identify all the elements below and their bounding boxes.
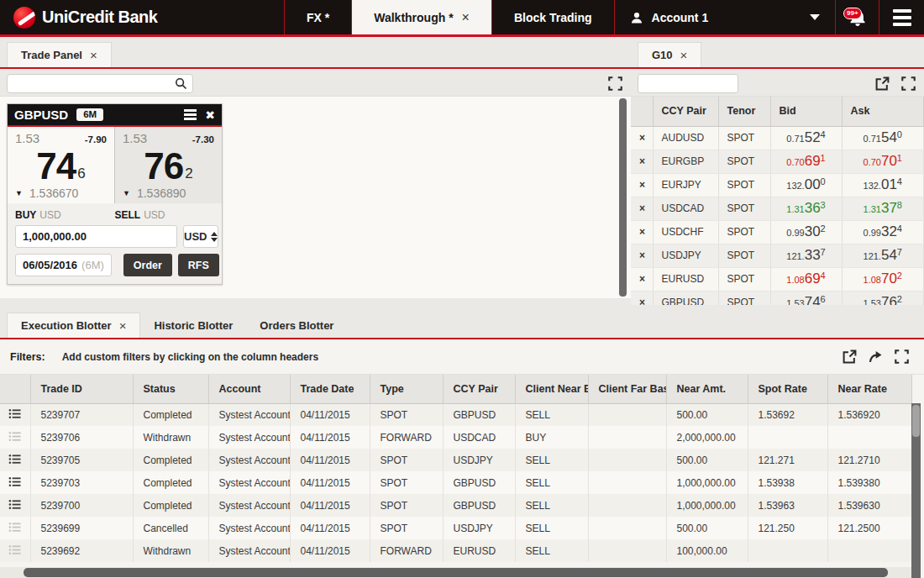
row-menu-icon[interactable] [8, 476, 21, 488]
tab-historic-blotter[interactable]: Historic Blotter [140, 313, 246, 338]
blotter-col-status[interactable]: Status [133, 375, 208, 403]
blotter-col-near-rate[interactable]: Near Rate [827, 375, 911, 403]
remove-row-icon[interactable]: × [631, 150, 653, 173]
ccy-pair: EURGBP [653, 150, 718, 173]
ask-price[interactable]: 0.99324 [851, 223, 916, 240]
instrument-search[interactable] [7, 74, 193, 93]
remove-row-icon[interactable]: × [631, 244, 653, 267]
amount-input[interactable] [15, 225, 177, 248]
row-menu-icon[interactable] [8, 407, 21, 420]
blotter-col-account[interactable]: Account [208, 375, 290, 403]
dealt-currency-select[interactable]: USD [183, 225, 218, 248]
fullscreen-icon[interactable] [895, 349, 909, 364]
popout-icon[interactable] [875, 76, 890, 91]
bid-price[interactable]: 1.53746 [780, 294, 833, 305]
remove-row-icon[interactable]: × [631, 267, 653, 291]
blotter-row-5239703[interactable]: 5239703CompletedSystest Account04/11/201… [0, 471, 911, 494]
remove-row-icon[interactable]: × [631, 220, 653, 244]
bid-price[interactable]: 0.71524 [780, 129, 833, 146]
row-menu-icon[interactable] [8, 430, 21, 443]
blotter-col-trade-date[interactable]: Trade Date [290, 375, 370, 403]
row-menu-icon[interactable] [8, 521, 21, 533]
search-input[interactable] [7, 74, 193, 93]
widget-menu-icon[interactable] [184, 109, 197, 120]
ask-price-tile[interactable]: 1.53 -7.30 76 2 ▼ 1.536890 [115, 127, 222, 203]
bid-price[interactable]: 0.99302 [780, 223, 833, 240]
close-icon[interactable]: × [462, 11, 470, 24]
fullscreen-icon[interactable] [901, 76, 916, 91]
tab-execution-blotter[interactable]: Execution Blotter × [7, 313, 140, 338]
vertical-scrollbar[interactable] [911, 403, 921, 578]
menu-button[interactable] [879, 0, 924, 34]
ask-price[interactable]: 121.547 [851, 247, 916, 264]
person-icon [630, 11, 643, 24]
ask-price[interactable]: 1.53762 [851, 294, 916, 305]
widget-tenor-badge[interactable]: 6M [76, 108, 103, 122]
status: Completed [133, 449, 208, 471]
vertical-scrollbar[interactable] [619, 98, 627, 297]
g10-filter-input[interactable] [638, 74, 738, 93]
nav-tab-fx[interactable]: FX * [284, 0, 351, 34]
rfs-button[interactable]: RFS [178, 254, 219, 276]
share-icon[interactable] [869, 349, 883, 364]
order-button[interactable]: Order [123, 254, 172, 276]
row-menu-icon[interactable] [8, 544, 21, 556]
notifications-button[interactable]: 99+ [835, 0, 879, 34]
bid-price[interactable]: 1.08694 [780, 271, 833, 287]
bid-price-tile[interactable]: 1.53 -7.90 74 6 ▼ 1.536670 [8, 127, 115, 203]
remove-row-icon[interactable]: × [631, 197, 653, 220]
tab-trade-panel[interactable]: Trade Panel × [7, 42, 112, 67]
bid-price[interactable]: 132.000 [780, 176, 833, 193]
widget-close-icon[interactable]: ✖ [205, 109, 215, 121]
vertical-scrollbar-thumb[interactable] [912, 405, 920, 437]
remove-row-icon[interactable]: × [631, 126, 653, 150]
close-icon[interactable]: × [119, 319, 127, 332]
ask-price[interactable]: 1.08702 [851, 271, 916, 287]
fullscreen-icon[interactable] [608, 76, 622, 91]
bid-price[interactable]: 1.31363 [780, 200, 833, 217]
blotter-col-row-menu[interactable] [0, 375, 30, 403]
blotter-row-5239692[interactable]: 5239692WithdrawnSystest Account04/11/201… [0, 539, 911, 562]
ask-price[interactable]: 132.014 [851, 176, 916, 193]
spot-rate [748, 539, 827, 562]
blotter-col-trade-id[interactable]: Trade ID [30, 375, 133, 403]
ask-price[interactable]: 0.70701 [851, 153, 916, 170]
g10-col-ask[interactable]: Ask [842, 97, 924, 126]
g10-col-bid[interactable]: Bid [770, 97, 842, 126]
nav-tab-walkthrough[interactable]: Walkthrough * × [351, 0, 491, 34]
account: Systest Account [208, 403, 290, 426]
remove-row-icon[interactable]: × [631, 173, 653, 197]
bid-price[interactable]: 121.337 [780, 247, 833, 264]
blotter-row-5239699[interactable]: 5239699CancelledSystest Account04/11/201… [0, 517, 911, 539]
horizontal-scrollbar-thumb[interactable] [24, 568, 888, 577]
popout-icon[interactable] [843, 349, 857, 364]
value-date-input[interactable]: 06/05/2016 (6M) [15, 254, 112, 276]
bid-price[interactable]: 0.70691 [780, 153, 833, 170]
blotter-row-5239700[interactable]: 5239700CompletedSystest Account04/11/201… [0, 494, 911, 517]
nav-tab-block-trading[interactable]: Block Trading [491, 0, 614, 34]
blotter-col-client-near-bas[interactable]: Client Near Bas [515, 375, 588, 403]
row-menu-icon[interactable] [8, 498, 21, 511]
g10-table: CCY PairTenorBidAsk × AUDUSD SPOT 0.7152… [631, 96, 924, 305]
blotter-col-client-far-base[interactable]: Client Far Base [588, 375, 666, 403]
horizontal-scrollbar[interactable] [0, 567, 911, 578]
blotter-col-ccy-pair[interactable]: CCY Pair [443, 375, 515, 403]
close-icon[interactable]: × [90, 49, 97, 61]
blotter-row-5239707[interactable]: 5239707CompletedSystest Account04/11/201… [0, 403, 911, 426]
g10-col-tenor[interactable]: Tenor [718, 97, 770, 126]
row-menu-icon[interactable] [8, 453, 21, 465]
ask-price[interactable]: 0.71540 [851, 129, 916, 146]
blotter-col-near-amt[interactable]: Near Amt. [666, 375, 748, 403]
blotter-row-5239706[interactable]: 5239706WithdrawnSystest Account04/11/201… [0, 426, 911, 449]
blotter-col-type[interactable]: Type [370, 375, 443, 403]
tab-g10[interactable]: G10 × [638, 42, 701, 67]
tab-orders-blotter[interactable]: Orders Blotter [246, 313, 347, 338]
spot-rate: 121.250 [748, 517, 827, 539]
remove-row-icon[interactable]: × [631, 291, 653, 305]
blotter-col-spot-rate[interactable]: Spot Rate [748, 375, 827, 403]
close-icon[interactable]: × [680, 49, 688, 61]
g10-col-ccy-pair[interactable]: CCY Pair [653, 97, 718, 126]
blotter-row-5239705[interactable]: 5239705CompletedSystest Account04/11/201… [0, 449, 911, 471]
account-selector[interactable]: Account 1 [614, 0, 835, 34]
ask-price[interactable]: 1.31378 [851, 200, 916, 217]
